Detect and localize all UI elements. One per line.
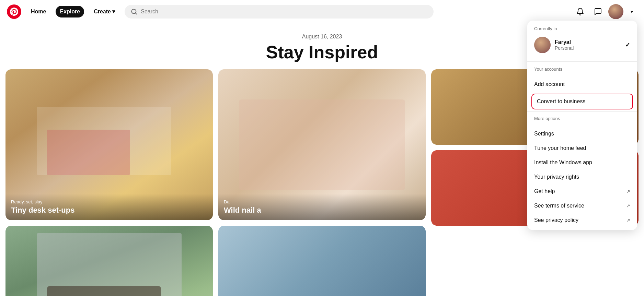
card-nail-subtitle: Da xyxy=(224,199,420,204)
divider-2 xyxy=(527,111,637,112)
install-windows-item[interactable]: Install the Windows app xyxy=(527,155,637,170)
get-help-item[interactable]: Get help ↗ xyxy=(527,184,637,199)
search-input[interactable] xyxy=(141,9,427,15)
chevron-down-icon: ▾ xyxy=(112,8,115,15)
checkmark-icon: ✓ xyxy=(625,41,630,49)
convert-business-label: Convert to business xyxy=(537,98,585,105)
terms-of-service-item[interactable]: See terms of service ↗ xyxy=(527,199,637,213)
feed-card-hair[interactable]: Make waves Fall 2023 hair trends xyxy=(5,226,213,296)
card-nail-overlay: Da Wild nail a xyxy=(218,194,426,220)
dropdown-menu: Currently in Faryal Personal ✓ Your acco… xyxy=(527,21,637,230)
profile-chevron-button[interactable]: ▾ xyxy=(626,6,637,17)
feed-card-bottom1[interactable] xyxy=(218,226,426,296)
account-info: Faryal Personal xyxy=(555,39,621,51)
your-accounts-label-wrap: Your accounts xyxy=(527,63,637,77)
external-link-icon: ↗ xyxy=(626,189,630,194)
card-nail-title: Wild nail a xyxy=(224,206,420,215)
nav-icons: ▾ xyxy=(573,4,637,19)
currently-in-label: Currently in xyxy=(534,26,630,31)
messages-button[interactable] xyxy=(590,4,606,19)
search-bar[interactable] xyxy=(125,5,434,19)
chat-icon xyxy=(594,8,602,16)
external-link-icon-privacy: ↗ xyxy=(626,217,630,223)
chevron-down-icon: ▾ xyxy=(631,9,633,14)
add-account-item[interactable]: Add account xyxy=(527,77,637,92)
svg-line-1 xyxy=(135,13,137,14)
more-options-label: More options xyxy=(534,116,630,121)
external-link-icon-terms: ↗ xyxy=(626,203,630,209)
privacy-rights-label: Your privacy rights xyxy=(534,174,579,180)
nav-create-label: Create xyxy=(94,9,111,15)
settings-label: Settings xyxy=(534,131,554,137)
feed-card-desk[interactable]: Ready, set, slay Tiny desk set-ups xyxy=(5,69,213,220)
tune-feed-label: Tune your home feed xyxy=(534,145,586,151)
card-desk-title: Tiny desk set-ups xyxy=(11,206,207,215)
navbar: Home Explore Create ▾ ▾ xyxy=(0,0,644,23)
privacy-rights-item[interactable]: Your privacy rights xyxy=(527,170,637,184)
bell-icon xyxy=(576,8,584,16)
nav-explore[interactable]: Explore xyxy=(56,6,84,17)
nav-create[interactable]: Create ▾ xyxy=(90,5,119,17)
divider-1 xyxy=(527,61,637,62)
install-windows-label: Install the Windows app xyxy=(534,159,592,166)
card-desk-overlay: Ready, set, slay Tiny desk set-ups xyxy=(5,194,213,220)
tune-feed-item[interactable]: Tune your home feed xyxy=(527,141,637,155)
nav-home[interactable]: Home xyxy=(27,6,50,17)
your-accounts-label: Your accounts xyxy=(534,67,630,72)
account-type: Personal xyxy=(555,45,621,51)
terms-of-service-label: See terms of service xyxy=(534,203,584,209)
account-name: Faryal xyxy=(555,39,621,45)
privacy-policy-label: See privacy policy xyxy=(534,217,578,223)
settings-item[interactable]: Settings xyxy=(527,127,637,141)
user-avatar-button[interactable] xyxy=(608,4,623,19)
account-row: Faryal Personal ✓ xyxy=(534,35,630,57)
privacy-policy-item[interactable]: See privacy policy ↗ xyxy=(527,213,637,227)
account-avatar xyxy=(534,37,551,53)
card-desk-subtitle: Ready, set, slay xyxy=(11,199,207,204)
search-icon xyxy=(131,8,137,15)
notifications-button[interactable] xyxy=(573,4,588,19)
more-options-label-wrap: More options xyxy=(527,113,637,127)
convert-to-business-item[interactable]: Convert to business xyxy=(531,94,633,109)
dropdown-currently-in-section: Currently in Faryal Personal ✓ xyxy=(527,21,637,60)
get-help-label: Get help xyxy=(534,188,555,194)
add-account-label: Add account xyxy=(534,81,565,87)
pinterest-logo[interactable] xyxy=(7,4,21,19)
feed-card-nail[interactable]: Da Wild nail a xyxy=(218,69,426,220)
